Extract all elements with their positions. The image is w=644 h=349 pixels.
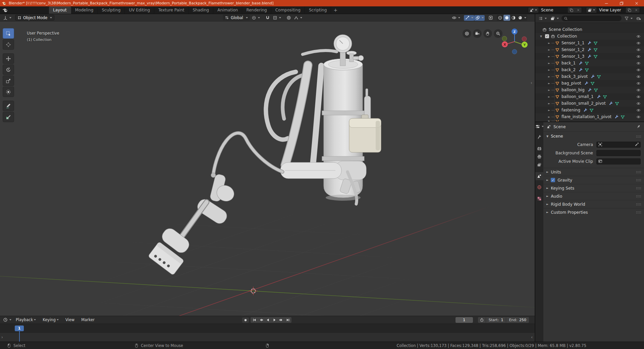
unlink-scene-button[interactable] bbox=[575, 7, 582, 13]
expand-arrow-icon[interactable]: ► bbox=[548, 95, 551, 98]
visibility-eye-icon[interactable] bbox=[636, 101, 641, 106]
visibility-eye-icon[interactable] bbox=[636, 115, 641, 119]
workspace-tab[interactable]: Scripting bbox=[305, 6, 331, 14]
gizmo-neg-y[interactable] bbox=[502, 36, 507, 41]
shading-mode-button[interactable] bbox=[497, 15, 503, 21]
panel-checkbox[interactable]: ✓ bbox=[551, 178, 555, 182]
transport-button[interactable] bbox=[251, 317, 258, 322]
viewport-3d[interactable]: Object Mode Global bbox=[0, 14, 535, 316]
filter-button[interactable] bbox=[623, 15, 634, 21]
expand-arrow-icon[interactable]: ► bbox=[548, 42, 551, 45]
outliner-row-scene-collection[interactable]: Scene Collection bbox=[535, 26, 644, 33]
timeline-editor-type-button[interactable] bbox=[2, 317, 12, 323]
expand-arrow-icon[interactable]: ► bbox=[548, 48, 551, 51]
gizmo-neg-z[interactable] bbox=[512, 49, 517, 54]
search-input[interactable] bbox=[561, 15, 622, 21]
expand-icon[interactable]: › bbox=[1, 335, 3, 340]
workspace-tab[interactable]: Layout bbox=[49, 6, 71, 14]
timeline-menu[interactable]: View bbox=[62, 316, 78, 323]
timeline-menu[interactable]: Keying bbox=[39, 316, 62, 323]
tool-button[interactable] bbox=[3, 28, 14, 39]
drag-handle-icon[interactable] bbox=[636, 135, 641, 138]
collapsed-panel[interactable]: ► ✓ Gravity bbox=[543, 176, 644, 184]
editor-type-button[interactable] bbox=[2, 15, 12, 20]
topbar-menu[interactable] bbox=[22, 6, 28, 14]
outliner-row-object[interactable]: ► balloon_small_1 bbox=[535, 93, 644, 100]
new-collection-button[interactable] bbox=[635, 15, 642, 21]
eyedropper-icon[interactable] bbox=[635, 159, 639, 163]
workspace-tab[interactable]: Sculpting bbox=[98, 6, 125, 14]
field-input[interactable] bbox=[596, 142, 641, 148]
viewport-nav-button[interactable] bbox=[473, 29, 482, 38]
timeline-menu[interactable]: Playback bbox=[12, 316, 39, 323]
visibility-eye-icon[interactable] bbox=[636, 41, 641, 45]
timeline-track[interactable]: › ‹ bbox=[0, 333, 535, 342]
outliner-row-object[interactable]: ► balloon_small_2_pivot bbox=[535, 100, 644, 107]
workspace-tab[interactable]: Rendering bbox=[242, 6, 271, 14]
view-layer-name[interactable]: View Layer bbox=[596, 7, 626, 13]
shading-mode-button[interactable] bbox=[503, 15, 510, 21]
properties-tab[interactable] bbox=[535, 161, 543, 169]
visibility-eye-icon[interactable] bbox=[636, 108, 641, 112]
eyedropper-icon[interactable] bbox=[635, 142, 639, 147]
current-frame-indicator[interactable]: 1 bbox=[15, 326, 24, 331]
timeline-ruler[interactable]: 1 bbox=[0, 323, 535, 333]
header-toggle-button[interactable] bbox=[272, 15, 282, 20]
expand-arrow-icon[interactable]: ► bbox=[548, 62, 551, 65]
properties-tab[interactable] bbox=[535, 195, 543, 203]
transport-button[interactable] bbox=[284, 317, 291, 322]
visibility-eye-icon[interactable] bbox=[636, 81, 641, 86]
pin-icon[interactable] bbox=[636, 124, 641, 129]
eyedropper-icon[interactable] bbox=[635, 151, 639, 155]
current-frame-field[interactable]: 1 bbox=[455, 317, 473, 323]
collection-checkbox[interactable]: ✓ bbox=[545, 34, 549, 38]
new-scene-button[interactable] bbox=[568, 7, 575, 13]
tool-button[interactable] bbox=[3, 101, 14, 111]
tool-button[interactable] bbox=[3, 87, 14, 97]
visibility-eye-icon[interactable] bbox=[636, 68, 641, 72]
viewport-canvas[interactable] bbox=[0, 14, 535, 316]
close-button[interactable] bbox=[629, 0, 644, 6]
transport-button[interactable] bbox=[258, 317, 264, 322]
transport-button[interactable] bbox=[271, 317, 278, 322]
viewport-nav-button[interactable] bbox=[463, 29, 471, 38]
header-toggle-button[interactable] bbox=[264, 15, 271, 20]
outliner-display-mode-button[interactable] bbox=[537, 15, 548, 21]
properties-tab[interactable] bbox=[535, 172, 543, 180]
start-frame-field[interactable]: Start:1 bbox=[486, 317, 506, 323]
outliner-filter-mode-button[interactable] bbox=[549, 15, 560, 21]
viewport-toggle[interactable] bbox=[464, 15, 474, 21]
visibility-eye-icon[interactable] bbox=[636, 95, 641, 99]
visibility-eye-icon[interactable] bbox=[636, 54, 641, 59]
header-toggle-button[interactable] bbox=[293, 15, 303, 20]
workspace-tab[interactable]: Texture Paint bbox=[154, 6, 189, 14]
transport-button[interactable] bbox=[278, 317, 284, 322]
tool-button[interactable] bbox=[3, 53, 14, 64]
expand-arrow-icon[interactable]: ► bbox=[548, 68, 551, 71]
properties-tab[interactable] bbox=[535, 153, 543, 161]
tool-button[interactable] bbox=[3, 39, 14, 50]
collapsed-panel[interactable]: ► ✓ Keying Sets bbox=[543, 184, 644, 192]
collapsed-panel[interactable]: ► ✓ Rigid Body World bbox=[543, 200, 644, 208]
visibility-eye-icon[interactable] bbox=[636, 88, 641, 92]
add-workspace-button[interactable]: + bbox=[331, 6, 340, 14]
workspace-tab[interactable]: Shading bbox=[189, 6, 213, 14]
scene-name[interactable]: Scene bbox=[538, 7, 568, 13]
outliner-row-object[interactable]: ► Sensor_1_3 bbox=[535, 53, 644, 60]
orientation-select[interactable]: Global bbox=[223, 15, 250, 20]
expand-arrow-icon[interactable]: ► bbox=[548, 109, 551, 112]
outliner-row-object[interactable]: ► flare_installation_1_pivot bbox=[535, 113, 644, 120]
drag-handle-icon[interactable] bbox=[636, 179, 641, 181]
expand-arrow-icon[interactable]: ► bbox=[548, 55, 551, 58]
region-collapse-icon[interactable]: ‹ bbox=[531, 81, 532, 85]
outliner-row-object[interactable]: ► balloon_big bbox=[535, 87, 644, 93]
gizmo-neg-x[interactable] bbox=[522, 37, 527, 41]
viewport-toggle[interactable] bbox=[451, 15, 461, 21]
header-toggle-button[interactable] bbox=[251, 15, 261, 20]
visibility-eye-icon[interactable] bbox=[636, 61, 641, 65]
outliner-row-object[interactable]: ► back_2 bbox=[535, 66, 644, 73]
collapsed-panel[interactable]: ► ✓ Audio bbox=[543, 192, 644, 200]
drag-handle-icon[interactable] bbox=[636, 171, 641, 173]
playhead-line[interactable] bbox=[19, 331, 20, 342]
mode-select[interactable]: Object Mode bbox=[15, 15, 54, 20]
